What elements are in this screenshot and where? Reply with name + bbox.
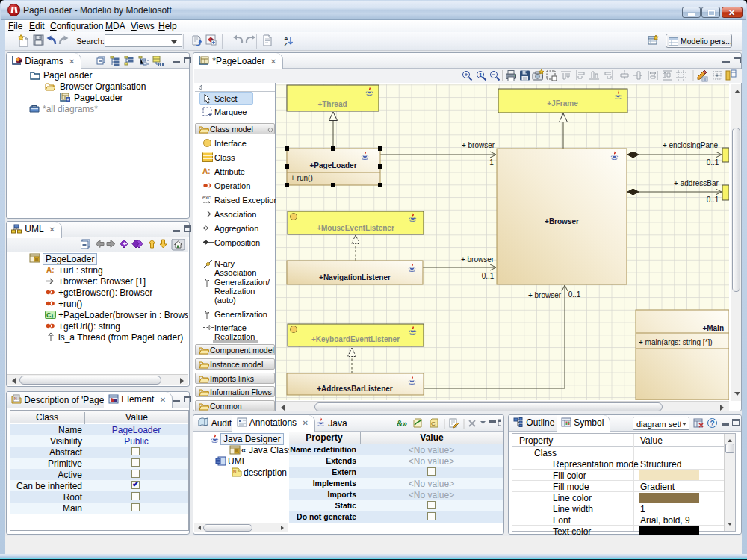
svg-text:+Thread: +Thread	[317, 100, 347, 108]
svg-text:+ browser: + browser	[461, 255, 495, 264]
svg-text:+PageLoader: +PageLoader	[309, 161, 356, 169]
svg-text:N: N	[14, 396, 17, 401]
svg-text:0..1: 0..1	[568, 290, 581, 299]
svg-text:+ run(): + run()	[291, 174, 313, 182]
svg-text:+MouseEventListener: +MouseEventListener	[317, 224, 394, 232]
svg-text:+Browser: +Browser	[545, 217, 579, 225]
svg-text:1: 1	[479, 72, 483, 78]
svg-text:&»: &»	[397, 419, 407, 428]
svg-text:+ browser: + browser	[462, 141, 495, 149]
svg-text:+ enclosingPane: + enclosingPane	[663, 141, 719, 149]
svg-text:+ addressBar: + addressBar	[674, 179, 719, 187]
svg-text:1: 1	[489, 158, 494, 167]
svg-text:A:: A:	[202, 167, 211, 175]
svg-text:0..1: 0..1	[707, 196, 719, 204]
svg-text:+KeyboardEventListener: +KeyboardEventListener	[311, 335, 400, 343]
svg-text:+JFrame: +JFrame	[547, 99, 578, 108]
svg-text:exc: exc	[202, 195, 211, 200]
svg-text:N: N	[233, 470, 236, 474]
svg-text:+ browser: + browser	[528, 291, 562, 299]
svg-text:+ main(args: string [*]): + main(args: string [*])	[639, 338, 713, 346]
svg-text:+NavigationListener: +NavigationListener	[319, 273, 391, 281]
svg-text:C): C)	[46, 311, 54, 319]
svg-text:C: C	[431, 420, 436, 427]
svg-text:+Main: +Main	[702, 324, 724, 332]
svg-text:+AddressBarListener: +AddressBarListener	[317, 385, 393, 393]
svg-text:A:: A:	[46, 266, 55, 274]
svg-text:0..1: 0..1	[482, 272, 495, 280]
svg-text:0..1: 0..1	[707, 158, 719, 167]
svg-text:Z: Z	[284, 41, 288, 48]
